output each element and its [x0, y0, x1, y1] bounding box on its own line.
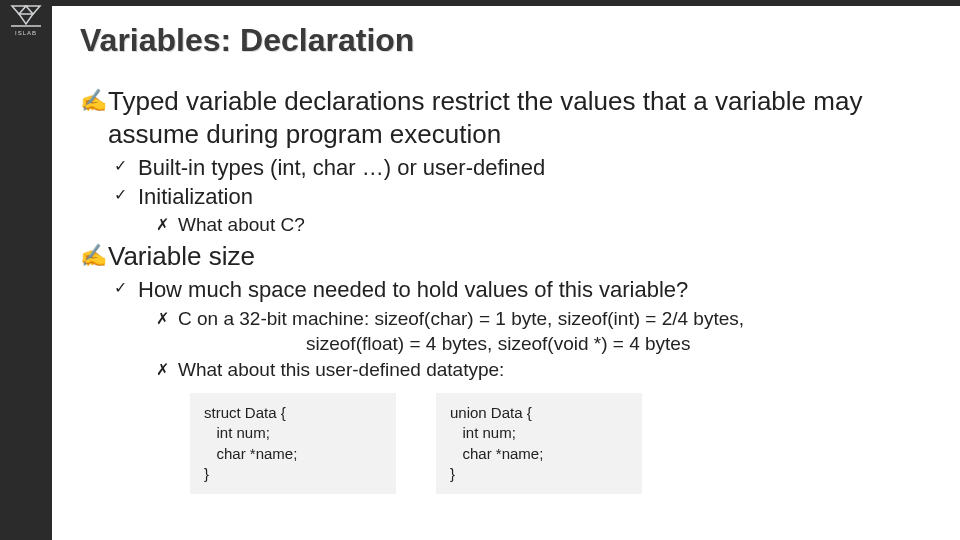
bullet-text: Variable size — [108, 241, 255, 271]
content-area: Variables: Declaration Typed variable de… — [80, 22, 940, 494]
bullet-text: How much space needed to hold values of … — [138, 277, 688, 302]
bullet-how-much-space: How much space needed to hold values of … — [114, 276, 940, 383]
left-sidebar — [0, 0, 52, 540]
bullet-user-defined-type: What about this user-defined datatype: — [156, 358, 940, 383]
triangle-icon — [9, 4, 43, 28]
top-bar — [0, 0, 960, 6]
bullet-initialization: Initialization What about C? — [114, 183, 940, 238]
bullet-what-about-c: What about C? — [156, 213, 940, 238]
bullet-builtin-types: Built-in types (int, char …) or user-def… — [114, 154, 940, 183]
slide-title: Variables: Declaration — [80, 22, 940, 59]
code-struct: struct Data { int num; char *name; } — [190, 393, 396, 494]
bullet-text: Typed variable declarations restrict the… — [108, 86, 862, 149]
bullet-list: Typed variable declarations restrict the… — [80, 85, 940, 383]
code-row: struct Data { int num; char *name; } uni… — [190, 393, 940, 494]
svg-marker-0 — [26, 6, 40, 14]
slide: ISLAB Variables: Declaration Typed varia… — [0, 0, 960, 540]
sizeof-line1: C on a 32-bit machine: sizeof(char) = 1 … — [178, 308, 744, 329]
bullet-text: Initialization — [138, 184, 253, 209]
svg-marker-1 — [12, 6, 26, 14]
logo-label: ISLAB — [6, 30, 46, 36]
bullet-variable-size: Variable size How much space needed to h… — [80, 240, 940, 383]
code-union: union Data { int num; char *name; } — [436, 393, 642, 494]
sizeof-line2: sizeof(float) = 4 bytes, sizeof(void *) … — [178, 332, 940, 357]
bullet-typed-declarations: Typed variable declarations restrict the… — [80, 85, 940, 238]
bullet-sizeof: C on a 32-bit machine: sizeof(char) = 1 … — [156, 307, 940, 356]
corner-logo: ISLAB — [6, 4, 46, 36]
svg-marker-2 — [19, 14, 33, 24]
